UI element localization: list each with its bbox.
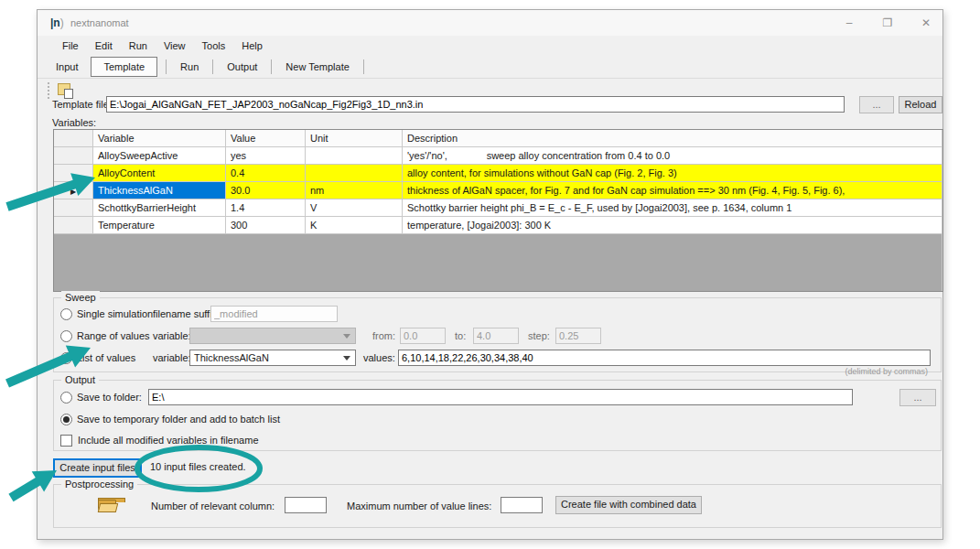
column-header-variable[interactable]: Variable: [93, 130, 226, 147]
range-of-values-radio[interactable]: [60, 330, 72, 342]
cell-unit[interactable]: [306, 165, 403, 182]
from-input[interactable]: [400, 328, 446, 344]
menu-bar: FileEditRunViewToolsHelp: [38, 36, 942, 56]
row-selector[interactable]: [54, 147, 93, 165]
cell-description[interactable]: temperature, [Jogai2003]: 300 K: [403, 217, 942, 234]
tab-run[interactable]: Run: [171, 58, 208, 76]
variables-table: VariableValueUnitDescriptionAlloySweepAc…: [53, 129, 943, 292]
screenshot-page: |n) nextnanomat – ❐ ✕ FileEditRunViewToo…: [0, 0, 980, 549]
tab-separator: [212, 59, 213, 74]
cell-value[interactable]: 30.0: [226, 182, 306, 199]
save-temp-radio[interactable]: [60, 414, 72, 425]
menu-view[interactable]: View: [156, 36, 194, 56]
menu-file[interactable]: File: [54, 36, 87, 56]
step-input[interactable]: [555, 328, 601, 344]
save-temp-label: Save to temporary folder and add to batc…: [77, 411, 280, 427]
cell-description[interactable]: Schottky barrier height phi_B = E_c - E_…: [403, 199, 942, 217]
save-to-folder-label: Save to folder:: [77, 389, 142, 405]
range-of-values-label: Range of values: [77, 328, 150, 344]
create-status-text: 10 input files created.: [150, 458, 246, 477]
step-label: step:: [528, 328, 550, 344]
row-selector[interactable]: [54, 165, 93, 182]
cell-variable[interactable]: Temperature: [93, 217, 226, 234]
cell-value[interactable]: 0.4: [226, 165, 306, 182]
to-input[interactable]: [473, 328, 519, 344]
cell-unit[interactable]: V: [306, 199, 403, 217]
postprocessing-group: Postprocessing Number of relevant column…: [53, 484, 942, 528]
table-empty-area: [54, 234, 942, 291]
value-lines-input[interactable]: [501, 497, 543, 513]
tab-new-template[interactable]: New Template: [276, 58, 359, 76]
template-file-input[interactable]: [106, 96, 845, 113]
list-variable-label: variable:: [153, 350, 191, 366]
maximize-icon[interactable]: ❐: [880, 16, 895, 29]
cell-variable[interactable]: AlloyContent: [93, 165, 226, 182]
cell-variable[interactable]: ThicknessAlGaN: [93, 182, 226, 199]
range-variable-dropdown[interactable]: [189, 328, 356, 344]
row-selector-header[interactable]: [54, 130, 93, 147]
value-lines-label: Maximum number of value lines:: [347, 498, 491, 514]
sweep-legend: Sweep: [61, 291, 100, 304]
column-header-unit[interactable]: Unit: [306, 130, 403, 147]
list-of-values-label: List of values: [77, 350, 135, 366]
column-header-description[interactable]: Description: [403, 130, 942, 147]
filename-suffix-input[interactable]: [210, 306, 338, 322]
tab-strip: InputTemplateRunOutputNew Template: [38, 56, 942, 78]
cell-description[interactable]: alloy content, for simulations without G…: [403, 165, 942, 182]
create-input-files-button[interactable]: Create input files: [53, 458, 142, 478]
window-title: nextnanomat: [70, 17, 129, 28]
cell-description[interactable]: thickness of AlGaN spacer, for Fig. 7 an…: [403, 182, 942, 199]
tab-separator: [166, 59, 167, 74]
close-icon[interactable]: ✕: [919, 16, 933, 29]
row-selector[interactable]: [54, 199, 93, 217]
template-browse-button[interactable]: ...: [859, 96, 894, 113]
output-legend: Output: [61, 373, 99, 386]
cell-value[interactable]: 1.4: [226, 199, 306, 217]
tab-template[interactable]: Template: [91, 57, 157, 77]
single-simulation-label: Single simulation: [77, 306, 153, 322]
include-vars-label: Include all modified variables in filena…: [78, 432, 259, 448]
chevron-down-icon: [343, 334, 350, 339]
single-simulation-radio[interactable]: [60, 308, 72, 320]
values-label: values:: [363, 350, 395, 366]
reload-button[interactable]: Reload: [899, 96, 942, 113]
output-group: Output Save to folder: ... Save to tempo…: [53, 380, 942, 451]
cell-value[interactable]: 300: [226, 217, 306, 234]
cell-variable[interactable]: AlloySweepActive: [93, 147, 226, 165]
cell-description[interactable]: 'yes'/'no', sweep alloy concentration fr…: [403, 147, 942, 165]
save-folder-input[interactable]: [148, 389, 853, 405]
menu-edit[interactable]: Edit: [87, 36, 121, 56]
template-file-label: Template file:: [52, 96, 112, 113]
tab-separator: [363, 59, 364, 74]
cell-unit[interactable]: nm: [306, 182, 403, 199]
relevant-column-input[interactable]: [285, 497, 327, 513]
cell-variable[interactable]: SchottkyBarrierHeight: [93, 199, 226, 217]
tab-input[interactable]: Input: [47, 58, 87, 76]
menu-run[interactable]: Run: [121, 36, 156, 56]
from-label: from:: [372, 328, 395, 344]
cell-unit[interactable]: K: [306, 217, 403, 234]
values-input[interactable]: [398, 350, 931, 366]
output-browse-button[interactable]: ...: [899, 389, 936, 406]
app-window: |n) nextnanomat – ❐ ✕ FileEditRunViewToo…: [37, 9, 943, 540]
cell-value[interactable]: yes: [226, 147, 306, 165]
list-of-values-radio[interactable]: [60, 352, 72, 364]
save-to-folder-radio[interactable]: [60, 392, 72, 404]
to-label: to:: [455, 328, 466, 344]
folder-icon[interactable]: [98, 498, 116, 511]
row-selector[interactable]: [54, 217, 93, 234]
relevant-column-label: Number of relevant column:: [151, 498, 275, 514]
sweep-group: Sweep Single simulation filename suffix:…: [53, 297, 942, 372]
cell-unit[interactable]: [306, 147, 403, 165]
menu-tools[interactable]: Tools: [194, 36, 234, 56]
chevron-down-icon: [343, 356, 350, 361]
include-vars-checkbox[interactable]: [60, 435, 72, 447]
create-combined-file-button[interactable]: Create file with combined data: [555, 496, 702, 514]
menu-help[interactable]: Help: [233, 36, 271, 56]
tab-output[interactable]: Output: [218, 58, 266, 76]
list-variable-dropdown[interactable]: ThicknessAlGaN: [189, 350, 356, 366]
range-variable-label: variable:: [153, 328, 191, 344]
row-selector[interactable]: ▶: [54, 182, 93, 199]
minimize-icon[interactable]: –: [842, 16, 856, 29]
column-header-value[interactable]: Value: [226, 130, 306, 147]
